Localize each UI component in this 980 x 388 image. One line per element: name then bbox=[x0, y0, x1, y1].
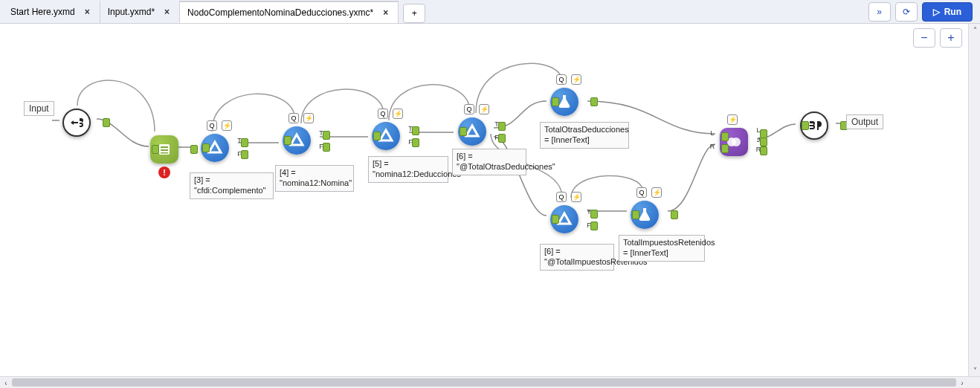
port-true: T bbox=[586, 208, 592, 216]
caption-filter-4[interactable]: [4] = "nomina12:Nomina" bbox=[275, 165, 354, 192]
caption-filter-3[interactable]: [3] = "cfdi:Complemento" bbox=[190, 172, 274, 199]
svg-rect-3 bbox=[161, 152, 168, 154]
anchor-badges: Q ⚡ bbox=[288, 113, 314, 123]
caption-text: [4] = "nomina12:Nomina" bbox=[280, 168, 352, 187]
input-label: Input bbox=[24, 101, 54, 116]
anchor-bolt-icon: ⚡ bbox=[571, 74, 581, 85]
vertical-scrollbar[interactable]: ˄ ˅ bbox=[968, 24, 980, 376]
anchor-q-icon: Q bbox=[207, 120, 217, 131]
caption-text: TotalImpuestosRetenidos = [InnerText] bbox=[623, 238, 715, 257]
exclamation-icon: ! bbox=[163, 168, 166, 177]
anchor-bolt-icon: ⚡ bbox=[479, 104, 489, 114]
anchor-q-icon: Q bbox=[556, 74, 567, 85]
port-false: F bbox=[586, 222, 592, 229]
anchor-badges: Q ⚡ bbox=[556, 74, 581, 85]
anchor-q-icon: Q bbox=[636, 187, 647, 198]
formula-tool-1[interactable] bbox=[549, 86, 580, 117]
history-icon: ⟳ bbox=[903, 7, 910, 17]
filter-tool-6a[interactable] bbox=[457, 116, 488, 147]
anchor-q-icon: Q bbox=[288, 113, 299, 123]
filter-tool-6b[interactable] bbox=[549, 204, 580, 235]
anchor-bolt-icon: ⚡ bbox=[303, 113, 314, 123]
plus-icon: + bbox=[412, 8, 417, 19]
error-badge[interactable]: ! bbox=[158, 166, 170, 178]
port-true: T bbox=[494, 120, 500, 128]
filter-tool-5[interactable] bbox=[370, 120, 402, 152]
join-tool[interactable] bbox=[718, 126, 749, 158]
caption-formula-1[interactable]: TotalOtrasDeducciones = [InnerText] bbox=[540, 122, 629, 149]
svg-rect-2 bbox=[161, 149, 168, 151]
run-label: Run bbox=[944, 7, 961, 17]
filter-tool-3[interactable] bbox=[199, 132, 231, 164]
close-icon[interactable]: × bbox=[162, 7, 172, 17]
port-j-out: J bbox=[755, 136, 761, 143]
add-tab-button[interactable]: + bbox=[403, 4, 425, 23]
scroll-right-icon[interactable]: › bbox=[956, 377, 968, 388]
macro-output-tool[interactable] bbox=[799, 110, 830, 141]
caption-filter-6b[interactable]: [6] = "@TotalImpuestosRetenidos" bbox=[540, 244, 614, 271]
scroll-up-icon[interactable]: ˄ bbox=[969, 24, 980, 36]
tab-label: NodoComplementoNominaDeducciones.yxmc* bbox=[187, 7, 373, 18]
scrollbar-track[interactable] bbox=[12, 378, 956, 387]
anchor-bolt-icon: ⚡ bbox=[727, 114, 738, 125]
port-l-in: L bbox=[709, 129, 715, 137]
overflow-button[interactable]: » bbox=[868, 2, 891, 22]
anchor-bolt-icon: ⚡ bbox=[222, 120, 232, 131]
tab-input[interactable]: Input.yxmd* × bbox=[100, 1, 180, 23]
horizontal-scrollbar[interactable]: ‹ › bbox=[0, 376, 980, 388]
port-false: F bbox=[318, 143, 324, 150]
tab-nodo-complemento[interactable]: NodoComplementoNominaDeducciones.yxmc* × bbox=[180, 1, 399, 23]
xml-parse-tool[interactable] bbox=[149, 134, 180, 165]
history-button[interactable]: ⟳ bbox=[895, 2, 918, 22]
caption-filter-6a[interactable]: [6] = "@TotalOtrasDeducciones" bbox=[452, 149, 526, 175]
label-text: Output bbox=[851, 117, 878, 127]
top-actions: » ⟳ ▷ Run bbox=[868, 0, 980, 23]
filter-tool-4[interactable] bbox=[281, 125, 312, 156]
workflow-canvas[interactable]: − + Input bbox=[0, 24, 968, 376]
caption-text: [5] = "nomina12:Deducciones" bbox=[373, 159, 464, 178]
anchor-badges: Q ⚡ bbox=[636, 187, 662, 198]
port-r-in: R bbox=[709, 143, 715, 150]
tab-label: Input.yxmd* bbox=[108, 7, 155, 17]
port-true: T bbox=[407, 125, 413, 132]
scroll-left-icon[interactable]: ‹ bbox=[0, 377, 12, 388]
scroll-down-icon[interactable]: ˅ bbox=[969, 364, 980, 376]
anchor-badges: Q ⚡ bbox=[378, 109, 403, 119]
anchor-badges: ⚡ bbox=[727, 114, 738, 125]
connection-wires bbox=[0, 24, 968, 376]
caption-text: [6] = "@TotalOtrasDeducciones" bbox=[457, 152, 555, 171]
caption-formula-2[interactable]: TotalImpuestosRetenidos = [InnerText] bbox=[619, 235, 705, 262]
anchor-bolt-icon: ⚡ bbox=[571, 192, 581, 202]
zoom-panel: − + bbox=[913, 28, 962, 48]
zoom-in-button[interactable]: + bbox=[940, 28, 962, 48]
close-icon[interactable]: × bbox=[83, 7, 92, 17]
anchor-badges: Q ⚡ bbox=[207, 120, 232, 131]
chevron-double-right-icon: » bbox=[877, 7, 882, 17]
macro-input-tool[interactable] bbox=[61, 107, 92, 138]
port-true: T bbox=[236, 137, 242, 144]
close-icon[interactable]: × bbox=[381, 7, 390, 18]
tab-label: Start Here.yxmd bbox=[10, 7, 75, 17]
anchor-q-icon: Q bbox=[464, 104, 474, 114]
caption-text: [3] = "cfdi:Complemento" bbox=[194, 175, 265, 195]
formula-tool-2[interactable] bbox=[629, 199, 660, 230]
play-icon: ▷ bbox=[933, 7, 940, 17]
tab-start-here[interactable]: Start Here.yxmd × bbox=[3, 1, 100, 23]
caption-filter-5[interactable]: [5] = "nomina12:Deducciones" bbox=[368, 156, 448, 183]
anchor-q-icon: Q bbox=[378, 109, 388, 119]
top-bar: Start Here.yxmd × Input.yxmd* × NodoComp… bbox=[0, 0, 980, 24]
minus-icon: − bbox=[921, 31, 927, 45]
port-false: F bbox=[407, 138, 413, 146]
port-true: T bbox=[318, 129, 324, 137]
anchor-bolt-icon: ⚡ bbox=[651, 187, 662, 198]
run-button[interactable]: ▷ Run bbox=[922, 2, 973, 22]
scrollbar-thumb[interactable] bbox=[12, 378, 956, 387]
zoom-out-button[interactable]: − bbox=[913, 28, 935, 48]
port-r-out: R bbox=[755, 146, 761, 153]
caption-text: TotalOtrasDeducciones = [InnerText] bbox=[544, 125, 629, 144]
anchor-q-icon: Q bbox=[556, 192, 567, 202]
macro-input-icon bbox=[68, 114, 86, 132]
anchor-bolt-icon: ⚡ bbox=[393, 109, 403, 119]
anchor-badges: Q ⚡ bbox=[556, 192, 581, 202]
tab-strip: Start Here.yxmd × Input.yxmd* × NodoComp… bbox=[3, 0, 868, 23]
